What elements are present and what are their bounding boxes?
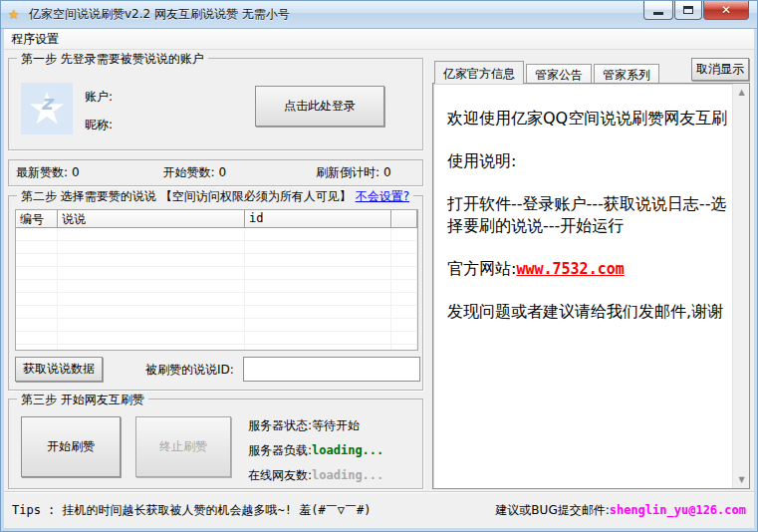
website-label: 官方网站:	[447, 259, 516, 278]
menu-bar: 程序设置	[4, 29, 754, 50]
table-row[interactable]	[16, 267, 417, 280]
server-load-label: 服务器负载:	[248, 443, 312, 457]
feedback-text: 发现问题或者建议请给我们发邮件,谢谢	[447, 301, 728, 323]
step2-group: 第二步 选择需要赞的说说 【空间访问权限必须为所有人可见】 不会设置? 编号 说…	[8, 195, 423, 391]
cancel-display-button[interactable]: 取消显示	[691, 58, 749, 81]
footer-bar: Tips : 挂机的时间越长获取被人赞的机会越多哦~! 羞(#￣▽￣#) 建议或…	[4, 492, 754, 528]
table-row[interactable]	[16, 345, 417, 351]
table-row[interactable]	[16, 306, 417, 319]
menu-item-settings[interactable]: 程序设置	[4, 29, 66, 50]
usage-steps: 打开软件--登录账户---获取说说日志--选择要刷的说说---开始运行	[447, 193, 728, 237]
scroll-down-icon[interactable]: ▼	[733, 471, 750, 488]
close-button[interactable]: ✕	[703, 1, 749, 20]
start-likes-value: 0	[218, 165, 226, 179]
scroll-up-icon[interactable]: ▲	[733, 84, 750, 101]
start-boost-button[interactable]: 开始刷赞	[21, 416, 121, 477]
account-label: 账户:	[85, 89, 113, 106]
help-link[interactable]: 不会设置?	[356, 188, 409, 205]
app-star-icon: ★	[8, 7, 24, 23]
info-panel: 欢迎使用亿家QQ空间说说刷赞网友互刷 使用说明: 打开软件--登录账户---获取…	[432, 83, 750, 489]
window-controls: ✕	[642, 1, 749, 20]
server-status-line: 服务器状态:等待开始	[248, 417, 360, 434]
qzone-avatar-icon: ★ z	[21, 83, 73, 134]
table-row[interactable]	[16, 319, 417, 332]
start-likes-label: 开始赞数:	[163, 165, 215, 179]
minimize-icon	[653, 12, 663, 15]
minimize-button[interactable]	[643, 1, 673, 20]
tab-announcement[interactable]: 管家公告	[526, 64, 592, 84]
close-icon: ✕	[721, 4, 731, 16]
nickname-label: 昵称:	[85, 117, 113, 133]
welcome-text: 欢迎使用亿家QQ空间说说刷赞网友互刷	[447, 108, 728, 130]
table-header: 编号 说说 id	[16, 210, 417, 228]
client-area: 第一步 先登录需要被赞说说的账户 ★ z 账户: 昵称: 点击此处登录 最新赞数…	[4, 50, 754, 528]
shuoshuo-table: 编号 说说 id	[15, 209, 418, 351]
online-users-value: loading...	[312, 468, 383, 482]
step1-title: 第一步 先登录需要被赞说说的账户	[17, 51, 208, 68]
online-users-label: 在线网友数:	[248, 468, 312, 482]
table-row[interactable]	[16, 332, 417, 345]
window-title: 亿家空间说说刷赞v2.2 网友互刷说说赞 无需小号	[29, 6, 290, 23]
website-link[interactable]: www.7532.com	[516, 260, 624, 278]
app-window: ★ 亿家空间说说刷赞v2.2 网友互刷说说赞 无需小号 ✕ 程序设置 第一步 先…	[0, 0, 758, 532]
latest-likes-value: 0	[72, 165, 80, 179]
refresh-countdown-label: 刷新倒计时:	[316, 165, 379, 179]
maximize-button[interactable]	[674, 1, 702, 20]
server-load-line: 服务器负载:loading...	[248, 442, 383, 459]
table-row[interactable]	[16, 228, 417, 241]
step3-group: 第三步 开始网友互刷赞 开始刷赞 终止刷赞 服务器状态:等待开始 服务器负载:l…	[8, 399, 423, 489]
tips-text: Tips : 挂机的时间越长获取被人赞的机会越多哦~! 羞(#￣▽￣#)	[12, 502, 371, 519]
usage-title: 使用说明:	[447, 150, 728, 172]
step3-title: 第三步 开始网友互刷赞	[17, 392, 148, 408]
online-users-line: 在线网友数:loading...	[248, 467, 383, 484]
refresh-countdown: 刷新倒计时: 0	[316, 164, 391, 181]
qzone-z-glyph: z	[41, 91, 53, 115]
fetch-data-button[interactable]: 获取说说数据	[15, 357, 103, 382]
tab-series[interactable]: 管家系列	[594, 64, 659, 84]
email-label: 建议或BUG提交邮件:	[495, 503, 609, 517]
step1-group: 第一步 先登录需要被赞说说的账户 ★ z 账户: 昵称: 点击此处登录	[8, 58, 423, 150]
step2-title: 第二步 选择需要赞的说说 【空间访问权限必须为所有人可见】	[21, 188, 352, 205]
table-row[interactable]	[16, 280, 417, 293]
stats-panel: 最新赞数: 0 开始赞数: 0 刷新倒计时: 0	[8, 159, 423, 186]
column-header-extra[interactable]	[391, 210, 417, 227]
column-header-shuoshuo[interactable]: 说说	[58, 210, 245, 227]
shuoshuo-table-body	[16, 228, 417, 350]
server-status-value: 等待开始	[312, 418, 360, 432]
server-load-value: loading...	[312, 443, 383, 457]
table-row[interactable]	[16, 293, 417, 306]
column-header-number[interactable]: 编号	[16, 210, 58, 227]
table-row[interactable]	[16, 254, 417, 267]
website-line: 官方网站:www.7532.com	[447, 258, 728, 280]
latest-likes-label: 最新赞数:	[16, 165, 68, 179]
target-id-label: 被刷赞的说说ID:	[145, 362, 234, 379]
stop-boost-button: 终止刷赞	[135, 416, 231, 477]
title-bar[interactable]: ★ 亿家空间说说刷赞v2.2 网友互刷说说赞 无需小号 ✕	[1, 1, 757, 29]
email-link[interactable]: shenglin_yu@126.com	[610, 503, 746, 517]
refresh-countdown-value: 0	[383, 165, 391, 179]
info-content: 欢迎使用亿家QQ空间说说刷赞网友互刷 使用说明: 打开软件--登录账户---获取…	[433, 84, 732, 488]
column-header-id[interactable]: id	[245, 210, 391, 227]
table-row[interactable]	[16, 241, 417, 254]
maximize-icon	[683, 6, 693, 14]
server-status-label: 服务器状态:	[248, 418, 312, 432]
info-scrollbar[interactable]: ▲ ▼	[732, 84, 749, 488]
info-tabbar: 亿家官方信息 管家公告 管家系列	[434, 61, 661, 84]
tab-official-info[interactable]: 亿家官方信息	[434, 61, 524, 84]
feedback-email-line: 建议或BUG提交邮件:shenglin_yu@126.com	[495, 502, 746, 519]
step2-header: 第二步 选择需要赞的说说 【空间访问权限必须为所有人可见】 不会设置?	[17, 188, 413, 205]
start-likes: 开始赞数: 0	[163, 164, 227, 181]
login-button[interactable]: 点击此处登录	[255, 86, 384, 127]
latest-likes: 最新赞数: 0	[16, 164, 80, 181]
target-id-input[interactable]	[243, 357, 420, 382]
